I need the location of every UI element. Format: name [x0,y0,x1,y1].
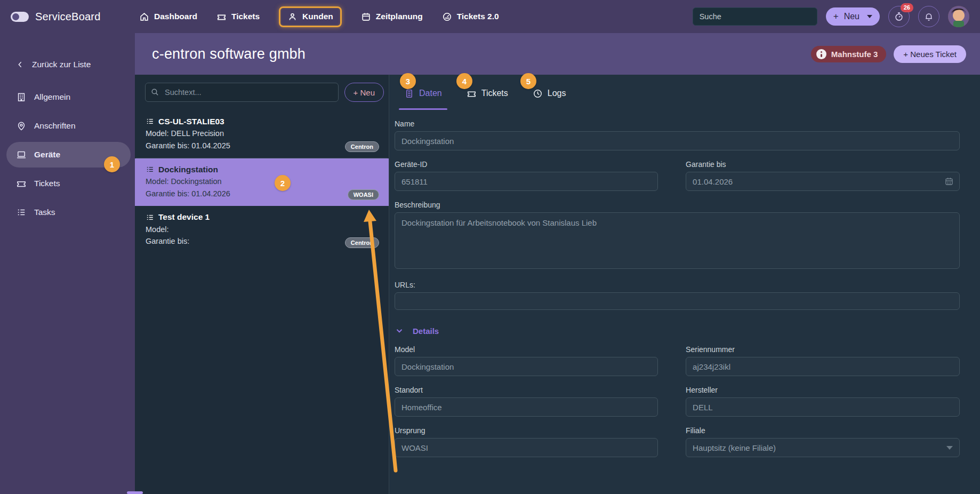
field-hersteller: Hersteller [686,386,960,417]
details-section-toggle[interactable]: Details [395,326,960,336]
field-label: Standort [395,386,658,394]
toggle-logo-icon [11,12,29,22]
garantie-bis-input[interactable] [686,172,960,191]
mahnstufe-badge[interactable]: Mahnstufe 3 [811,46,887,62]
field-name: Name [395,119,960,150]
field-model: Model [395,345,658,376]
field-filiale: Filiale Hauptsitz (keine Filiale) [686,426,960,457]
device-search-row: + Neu [135,75,389,105]
device-detail-panel: Daten Tickets Logs Name Geräte-ID Garant… [389,75,980,494]
sidebar-item-tasks[interactable]: Tasks [0,200,135,225]
nav-kunden[interactable]: Kunden [279,6,342,27]
tab-label: Daten [419,89,442,98]
list-icon [146,213,155,222]
field-seriennummer: Seriennummer [686,345,960,376]
user-avatar[interactable] [948,6,969,27]
customer-header: c-entron software gmbh Mahnstufe 3 + Neu… [135,33,980,75]
list-icon [146,117,155,126]
field-geraete-id: Geräte-ID [395,160,658,191]
timer-button[interactable]: 26 [888,6,910,27]
calendar-icon[interactable] [944,177,954,186]
caret-down-icon [946,446,953,450]
field-garantie-bis: Garantie bis [686,160,960,191]
app-root: ServiceBoard Dashboard Tickets Kunden Ze… [0,0,980,494]
sidebar-item-anschriften[interactable]: Anschriften [0,113,135,139]
device-search-wrap [145,83,339,102]
nav-zeitplanung[interactable]: Zeitplanung [361,12,423,22]
new-ticket-button[interactable]: + Neues Ticket [894,45,966,63]
notifications-button[interactable] [918,6,939,27]
tab-label: Logs [548,89,566,98]
topbar-actions: + Neu 26 [693,6,969,27]
origin-badge: Centron [345,141,379,152]
model-input[interactable] [395,357,658,376]
device-search-input[interactable] [145,83,339,102]
back-to-list-link[interactable]: Zurück zur Liste [0,55,135,74]
sidebar-item-allgemein[interactable]: Allgemein [0,84,135,110]
origin-badge: Centron [345,237,379,248]
device-row-test-device-1[interactable]: Test device 1 Model: Garantie bis: Centr… [135,206,389,253]
name-input[interactable] [395,131,960,150]
list-icon [146,165,155,174]
field-label: Name [395,119,960,128]
nav-tickets-2[interactable]: Tickets 2.0 [442,12,499,22]
ursprung-input[interactable] [395,438,658,457]
annotation-step-2: 2 [275,175,291,191]
calendar-icon [361,12,371,22]
neu-label: Neu [844,12,859,21]
brand: ServiceBoard [11,11,131,23]
chevron-down-icon [395,326,404,336]
field-standort: Standort [395,386,658,417]
field-urls: URLs: [395,281,960,310]
details-header-label: Details [413,326,439,336]
task-list-icon [16,207,27,218]
field-label: Filiale [686,426,960,435]
annotation-step-3: 3 [400,73,416,89]
beschreibung-textarea[interactable]: Dockingstation für Arbeitsnotebook von S… [395,212,960,269]
field-beschreibung: Beschreibung Dockingstation für Arbeitsn… [395,201,960,271]
sidebar-item-tickets[interactable]: Tickets [0,171,135,196]
map-pin-icon [16,121,27,131]
device-model: Model: DELL Precision [146,128,380,139]
filiale-select[interactable]: Hauptsitz (keine Filiale) [686,438,960,457]
field-ursprung: Ursprung [395,426,658,457]
sidebar-label: Allgemein [34,92,70,102]
global-search-input[interactable] [693,7,817,26]
urls-input[interactable] [395,292,960,310]
topbar: ServiceBoard Dashboard Tickets Kunden Ze… [0,0,980,33]
standort-input[interactable] [395,397,658,417]
nav-dashboard[interactable]: Dashboard [139,12,197,22]
info-icon [816,49,826,59]
field-label: Model [395,345,658,354]
field-label: Geräte-ID [395,160,658,169]
hersteller-input[interactable] [686,397,960,417]
laptop-icon [16,149,27,160]
device-row-cs-ul-stalie03[interactable]: CS-UL-STALIE03 Model: DELL Precision Gar… [135,110,389,158]
device-model: Model: [146,224,380,235]
device-name: CS-UL-STALIE03 [158,115,224,128]
home-icon [139,12,149,22]
sidebar-label: Anschriften [34,121,76,131]
nav-tickets[interactable]: Tickets [216,12,260,22]
device-row-dockingstation[interactable]: Dockingstation Model: Dockingstation Gar… [135,158,389,206]
seriennummer-input[interactable] [686,357,960,376]
caret-down-icon [867,15,872,18]
device-model: Model: Dockingstation [146,176,380,187]
field-label: URLs: [395,281,960,289]
nav-label: Dashboard [154,12,197,21]
field-label: Garantie bis [686,160,960,169]
clock-icon [533,89,543,99]
search-icon [150,87,159,97]
neu-button[interactable]: + Neu [826,7,880,26]
device-neu-button[interactable]: + Neu [344,83,384,102]
scrollbar-nub[interactable] [127,491,143,494]
nav-label: Kunden [302,12,333,21]
ticket-icon [16,178,27,189]
gauge-icon [442,12,452,22]
stopwatch-icon [894,11,904,22]
geraete-id-input[interactable] [395,172,658,191]
sidebar-label: Geräte [34,150,60,160]
nav-label: Zeitplanung [376,12,423,21]
sidebar-label: Tasks [34,208,55,217]
plus-icon: + [833,11,839,22]
